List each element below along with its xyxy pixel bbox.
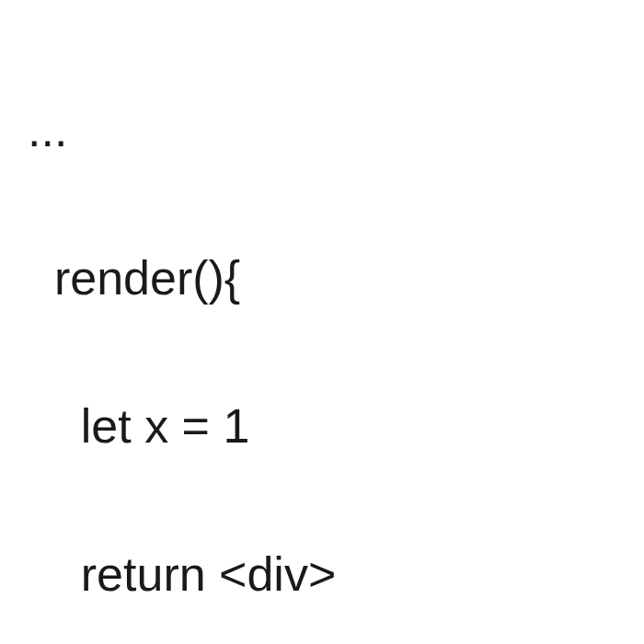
code-line: return <div> <box>28 537 616 612</box>
code-line: let x = 1 <box>28 389 616 464</box>
code-line: ... <box>28 93 616 167</box>
code-line: render(){ <box>28 241 616 316</box>
code-snippet: ... render(){ let x = 1 return <div> {1 … <box>28 18 616 644</box>
